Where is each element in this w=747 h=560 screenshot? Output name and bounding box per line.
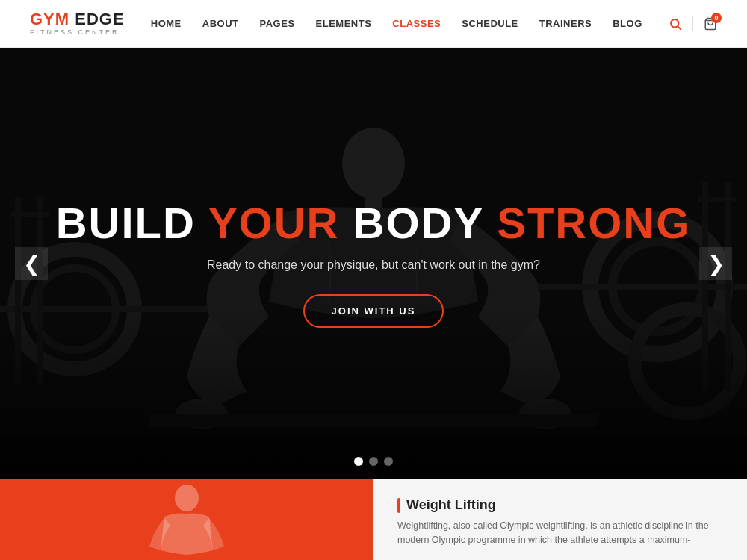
hero-title-part2: BODY xyxy=(339,199,497,247)
logo: GYM EDGE FITNESS CENTER xyxy=(30,11,125,36)
hero-subtitle: Ready to change your physique, but can't… xyxy=(207,258,540,272)
bottom-athlete-svg xyxy=(120,479,254,560)
nav-trainers[interactable]: TRAINERS xyxy=(539,18,592,29)
logo-text: GYM EDGE xyxy=(30,11,125,28)
bottom-section: Weight Lifting Weightlifting, also calle… xyxy=(0,479,747,560)
logo-gym-part: GYM xyxy=(30,10,69,28)
cart-badge: 0 xyxy=(711,13,722,23)
search-icon xyxy=(669,17,682,31)
nav-home[interactable]: HOME xyxy=(151,18,182,29)
nav-pages[interactable]: PAGES xyxy=(260,18,295,29)
hero-dot-3[interactable] xyxy=(384,457,393,466)
main-nav: HOME ABOUT PAGES ELEMENTS CLASSES SCHEDU… xyxy=(151,18,642,29)
nav-elements[interactable]: ELEMENTS xyxy=(316,18,372,29)
hero-title-orange2: STRONG xyxy=(497,199,691,247)
section-title-area: Weight Lifting xyxy=(397,497,723,513)
bottom-left-panel xyxy=(0,479,374,560)
hero-title: BUILD YOUR BODY STRONG xyxy=(56,199,692,247)
logo-edge-part: EDGE xyxy=(69,10,124,28)
hero-section: BUILD YOUR BODY STRONG Ready to change y… xyxy=(0,48,747,479)
nav-icon-area: 0 xyxy=(669,16,717,31)
section-description: Weightlifting, also called Olympic weigh… xyxy=(397,519,723,547)
hero-prev-button[interactable]: ❮ xyxy=(15,247,48,280)
accent-bar xyxy=(397,498,400,513)
section-title: Weight Lifting xyxy=(406,497,496,513)
nav-blog[interactable]: BLOG xyxy=(613,18,642,29)
join-button[interactable]: JOIN WITH US xyxy=(303,294,444,328)
header: GYM EDGE FITNESS CENTER HOME ABOUT PAGES… xyxy=(0,0,747,48)
svg-line-1 xyxy=(678,26,681,29)
cart-button[interactable]: 0 xyxy=(704,17,717,31)
nav-about[interactable]: ABOUT xyxy=(202,18,239,29)
hero-next-button[interactable]: ❯ xyxy=(699,247,732,280)
nav-classes[interactable]: CLASSES xyxy=(392,18,441,29)
hero-content: BUILD YOUR BODY STRONG Ready to change y… xyxy=(0,48,747,479)
nav-divider xyxy=(692,16,693,31)
hero-dots xyxy=(354,457,393,466)
hero-dot-2[interactable] xyxy=(369,457,378,466)
logo-subtitle: FITNESS CENTER xyxy=(30,29,125,36)
hero-title-orange1: YOUR xyxy=(208,199,340,247)
bottom-right-panel: Weight Lifting Weightlifting, also calle… xyxy=(374,479,747,560)
hero-dot-1[interactable] xyxy=(354,457,363,466)
nav-schedule[interactable]: SCHEDULE xyxy=(462,18,518,29)
svg-point-0 xyxy=(671,19,679,28)
hero-title-part1: BUILD xyxy=(56,199,208,247)
search-button[interactable] xyxy=(669,17,682,31)
svg-point-26 xyxy=(175,485,199,511)
